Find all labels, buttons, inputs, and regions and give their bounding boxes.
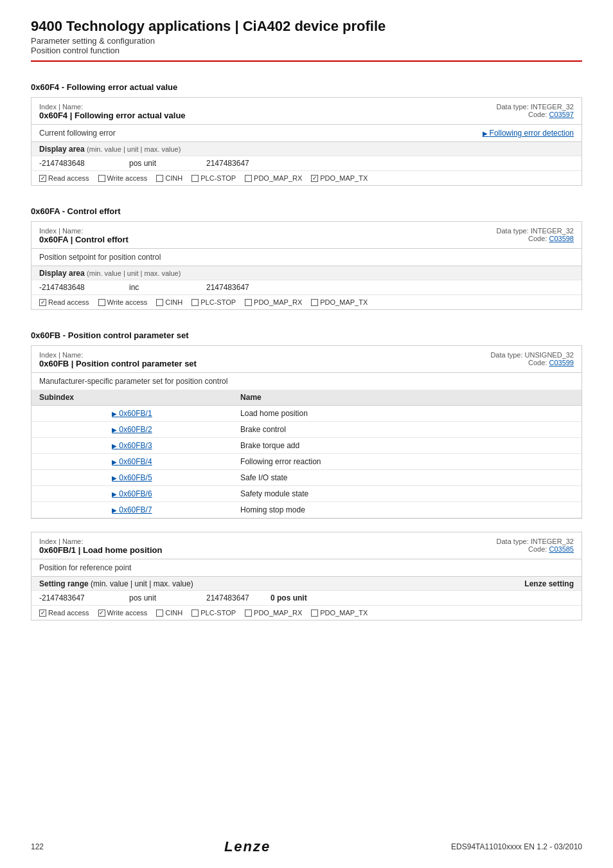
section-60fb: 0x60FB - Position control parameter set …	[31, 330, 582, 519]
checkbox-label: PLC-STOP	[200, 298, 236, 306]
table-row: 0x60FB/6Safety module state	[31, 486, 582, 502]
page-subtitle1: Parameter setting & configuration	[31, 36, 582, 46]
card-index-name-60fb1: 0x60FB/1 | Load home position	[39, 545, 162, 555]
page-subtitle2: Position control function	[31, 46, 582, 55]
value-row-60fb1: -2147483647 pos unit 2147483647 0 pos un…	[31, 590, 582, 605]
checkbox-label: PDO_MAP_RX	[254, 609, 302, 617]
checkbox-item: PDO_MAP_RX	[245, 174, 302, 182]
checkbox-box	[191, 299, 199, 306]
checkbox-item: PLC-STOP	[191, 174, 236, 182]
card-header-60fb1: Index | Name: 0x60FB/1 | Load home posit…	[31, 532, 582, 559]
table-row: 0x60FB/1Load home position	[31, 406, 582, 422]
value-min-60fa: -2147483648	[39, 283, 129, 292]
subindex-link[interactable]: 0x60FB/1	[112, 409, 152, 418]
checkbox-box	[39, 175, 46, 182]
section-heading-60f4: 0x60F4 - Following error actual value	[31, 82, 582, 92]
checkbox-item: Read access	[39, 174, 89, 182]
checkbox-box	[311, 175, 318, 182]
following-error-link[interactable]: Following error detection	[483, 129, 574, 138]
checkbox-label: Read access	[48, 174, 89, 182]
subindex-table: Subindex Name 0x60FB/1Load home position…	[31, 390, 582, 518]
value-max-60fa: 2147483647	[206, 283, 271, 292]
card-header-60fa: Index | Name: 0x60FA | Control effort Da…	[31, 222, 582, 249]
subindex-name: Homing stop mode	[233, 502, 582, 518]
table-row: 0x60FB/2Brake control	[31, 422, 582, 438]
checkbox-label: PLC-STOP	[200, 609, 236, 617]
checkbox-box	[98, 175, 105, 182]
checkbox-box	[311, 610, 318, 617]
checkbox-box	[191, 610, 199, 617]
subindex-link[interactable]: 0x60FB/3	[112, 441, 152, 450]
checkbox-box	[191, 175, 199, 182]
card-index-name-60fa: 0x60FA | Control effort	[39, 235, 129, 244]
value-min-60fb1: -2147483647	[39, 593, 129, 602]
subindex-link[interactable]: 0x60FB/4	[112, 457, 152, 466]
section-heading-60fb: 0x60FB - Position control parameter set	[31, 330, 582, 340]
checkbox-label: CINH	[165, 609, 182, 617]
card-60fb1: Index | Name: 0x60FB/1 | Load home posit…	[31, 532, 582, 620]
checkbox-box	[245, 299, 252, 306]
card-code-link-60fa[interactable]: C03598	[549, 235, 574, 242]
card-header-60f4: Index | Name: 0x60F4 | Following error a…	[31, 98, 582, 125]
checkbox-label: PDO_MAP_TX	[320, 298, 368, 306]
section-60fb1: Index | Name: 0x60FB/1 | Load home posit…	[31, 532, 582, 620]
checkbox-item: PDO_MAP_TX	[311, 298, 368, 306]
checkbox-label: Read access	[48, 609, 89, 617]
checkbox-item: PDO_MAP_RX	[245, 609, 302, 617]
checkbox-label: PDO_MAP_TX	[320, 174, 368, 182]
col-subindex: Subindex	[31, 390, 233, 406]
checkbox-box	[39, 299, 46, 306]
lenze-setting-label: Lenze setting	[524, 579, 574, 588]
checkbox-box	[98, 610, 105, 617]
value-unit-60fb1: pos unit	[129, 593, 206, 602]
checkbox-label: Write access	[107, 174, 148, 182]
checkbox-box	[39, 610, 46, 617]
subindex-link[interactable]: 0x60FB/2	[112, 425, 152, 434]
checkbox-box	[98, 299, 105, 306]
doc-ref: EDS94TA11010xxxx EN 1.2 - 03/2010	[451, 842, 582, 851]
card-code-link-60fb1[interactable]: C03585	[549, 545, 574, 553]
checkbox-item: Write access	[98, 174, 148, 182]
checkbox-label: Write access	[107, 298, 148, 306]
checkbox-label: PDO_MAP_RX	[254, 174, 302, 182]
checkbox-box	[156, 299, 163, 306]
page-header: 9400 Technology applications | CiA402 de…	[31, 18, 582, 62]
setting-range-label-60fb1: Setting range (min. value | unit | max. …	[31, 576, 582, 590]
checkbox-label: PLC-STOP	[200, 174, 236, 182]
card-datatype-60fb1: Data type: INTEGER_32 Code: C03585	[497, 538, 574, 553]
subindex-link[interactable]: 0x60FB/6	[112, 489, 152, 498]
card-index-label-60f4: Index | Name:	[39, 103, 186, 111]
checkbox-item: PLC-STOP	[191, 609, 236, 617]
card-datatype-60fa: Data type: INTEGER_32 Code: C03598	[497, 227, 574, 242]
display-area-label-60fa: Display area (min. value | unit | max. v…	[31, 266, 582, 280]
lenze-logo: Lenze	[224, 838, 271, 855]
card-index-name-60fb: 0x60FB | Position control parameter set	[39, 359, 197, 368]
access-row-60fa: Read accessWrite accessCINHPLC-STOPPDO_M…	[31, 294, 582, 309]
card-description-60fa: Position setpoint for position control	[31, 249, 582, 266]
card-code-link-60f4[interactable]: C03597	[549, 111, 574, 118]
checkbox-item: PDO_MAP_TX	[311, 174, 368, 182]
card-header-60fb: Index | Name: 0x60FB | Position control …	[31, 346, 582, 373]
checkbox-box	[156, 175, 163, 182]
subindex-link[interactable]: 0x60FB/7	[112, 505, 152, 514]
checkbox-label: Read access	[48, 298, 89, 306]
card-code-link-60fb[interactable]: C03599	[549, 359, 574, 366]
subindex-name: Safety module state	[233, 486, 582, 502]
display-area-label-60f4: Display area (min. value | unit | max. v…	[31, 141, 582, 156]
card-60fb: Index | Name: 0x60FB | Position control …	[31, 345, 582, 519]
checkbox-item: Write access	[98, 609, 148, 617]
subindex-name: Following error reaction	[233, 454, 582, 470]
checkbox-item: PLC-STOP	[191, 298, 236, 306]
page-number: 122	[31, 842, 44, 851]
card-description-60f4: Current following error Following error …	[31, 125, 582, 141]
subindex-name: Safe I/O state	[233, 470, 582, 486]
subindex-link[interactable]: 0x60FB/5	[112, 473, 152, 482]
table-row: 0x60FB/4Following error reaction	[31, 454, 582, 470]
card-index-label-60fb1: Index | Name:	[39, 538, 162, 545]
checkbox-item: PDO_MAP_TX	[311, 609, 368, 617]
checkbox-label: PDO_MAP_TX	[320, 609, 368, 617]
table-row: 0x60FB/5Safe I/O state	[31, 470, 582, 486]
checkbox-item: CINH	[156, 174, 182, 182]
subindex-name: Load home position	[233, 406, 582, 422]
value-unit-60f4: pos unit	[129, 159, 206, 168]
